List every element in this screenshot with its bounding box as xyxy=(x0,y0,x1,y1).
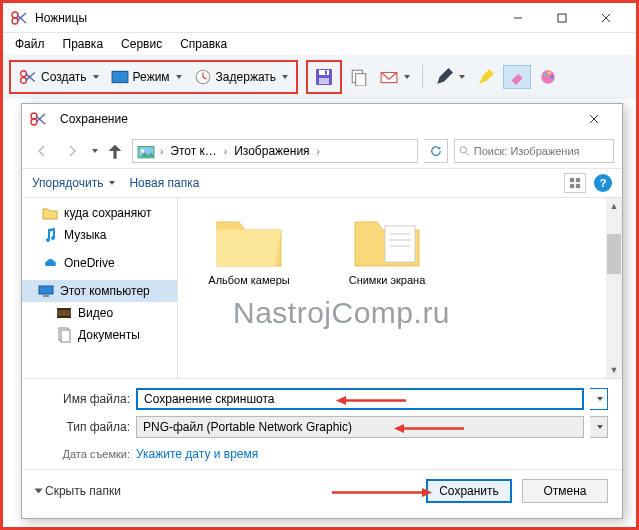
filetype-dropdown-button[interactable] xyxy=(590,416,608,438)
menu-help[interactable]: Справка xyxy=(172,35,235,53)
svg-point-25 xyxy=(548,72,551,75)
filetype-select[interactable]: PNG-файл (Portable Network Graphic) xyxy=(136,416,584,438)
main-window-title: Ножницы xyxy=(35,11,87,25)
recent-locations-button[interactable] xyxy=(92,149,98,153)
search-input[interactable] xyxy=(454,139,614,163)
tree-item-label: Документы xyxy=(78,328,140,342)
svg-rect-12 xyxy=(112,71,128,82)
menu-file[interactable]: Файл xyxy=(7,35,53,53)
dialog-close-button[interactable] xyxy=(574,107,614,131)
breadcrumb-chevron[interactable]: › xyxy=(157,146,166,157)
breadcrumb-seg-pc[interactable]: Этот к… xyxy=(168,144,218,158)
annotation-arrow xyxy=(332,486,432,495)
scroll-up-arrow[interactable]: ▲ xyxy=(607,198,621,214)
pictures-folder-icon xyxy=(137,142,155,160)
svg-point-24 xyxy=(543,73,546,76)
annotation-redbox-save xyxy=(306,60,342,94)
tree-item-label: OneDrive xyxy=(64,256,115,270)
svg-point-26 xyxy=(551,76,554,79)
chevron-down-icon xyxy=(597,425,603,429)
filetype-value: PNG-файл (Portable Network Graphic) xyxy=(143,420,352,434)
highlighter-icon xyxy=(477,68,495,86)
nav-back-button[interactable] xyxy=(30,139,54,163)
breadcrumb-bar[interactable]: › Этот к… › Изображения › xyxy=(132,139,418,163)
highlighter-button[interactable] xyxy=(473,63,499,91)
filename-row: Имя файла: Сохранение скриншота xyxy=(36,385,608,413)
nav-forward-button[interactable] xyxy=(60,139,84,163)
cancel-button[interactable]: Отмена xyxy=(522,479,608,503)
new-snip-button[interactable]: Создать xyxy=(13,63,105,91)
close-button[interactable] xyxy=(584,4,628,32)
tree-item-onedrive[interactable]: OneDrive xyxy=(22,252,177,274)
folder-content-pane[interactable]: Альбом камеры Снимки экрана ▲ ▼ NastrojC… xyxy=(178,198,622,378)
view-options-button[interactable] xyxy=(564,173,586,193)
svg-point-8 xyxy=(21,71,27,77)
filetype-label: Тип файла: xyxy=(36,420,130,434)
breadcrumb-chevron[interactable]: › xyxy=(314,146,323,157)
mode-button[interactable]: Режим xyxy=(105,63,188,91)
save-button[interactable]: Сохранить xyxy=(426,479,512,503)
menu-tools[interactable]: Сервис xyxy=(113,35,170,53)
delay-label: Задержать xyxy=(216,70,276,84)
chevron-down-icon xyxy=(109,181,115,185)
tree-item-this-pc[interactable]: Этот компьютер xyxy=(22,280,177,302)
svg-point-9 xyxy=(21,77,27,83)
folder-icon xyxy=(213,210,285,270)
music-icon xyxy=(42,227,58,243)
folder-item-screenshots[interactable]: Снимки экрана xyxy=(332,210,442,286)
palette-icon xyxy=(539,68,557,86)
eraser-icon xyxy=(508,68,526,86)
date-taken-link[interactable]: Укажите дату и время xyxy=(136,447,258,461)
folder-label: Снимки экрана xyxy=(349,274,426,286)
scrollbar-vertical[interactable]: ▲ ▼ xyxy=(606,198,622,378)
separator xyxy=(422,65,423,89)
minimize-button[interactable] xyxy=(496,4,540,32)
save-label: Сохранить xyxy=(439,484,499,498)
svg-point-34 xyxy=(141,149,144,152)
eraser-button[interactable] xyxy=(503,65,531,89)
chevron-down-icon xyxy=(459,75,465,79)
hide-folders-button[interactable]: Скрыть папки xyxy=(36,484,121,498)
maximize-button[interactable] xyxy=(540,4,584,32)
scroll-thumb[interactable] xyxy=(607,234,621,274)
svg-point-35 xyxy=(460,147,466,153)
svg-rect-5 xyxy=(558,14,566,22)
pen-button[interactable] xyxy=(431,63,469,91)
folder-item-camera[interactable]: Альбом камеры xyxy=(194,210,304,286)
tree-item-documents[interactable]: Документы xyxy=(22,324,177,346)
folder-label: Альбом камеры xyxy=(208,274,289,286)
command-bar: Упорядочить Новая папка ? xyxy=(22,168,622,198)
chevron-down-icon xyxy=(93,75,99,79)
video-icon xyxy=(56,305,72,321)
search-field[interactable] xyxy=(474,145,609,157)
breadcrumb-chevron[interactable]: › xyxy=(221,146,230,157)
paint3d-button[interactable] xyxy=(535,63,561,91)
save-dialog: Сохранение › Этот к… › Изображения › xyxy=(21,103,623,519)
tree-item-music[interactable]: Музыка xyxy=(22,224,177,246)
send-button[interactable] xyxy=(376,63,414,91)
svg-rect-21 xyxy=(356,74,366,86)
refresh-button[interactable] xyxy=(424,139,448,163)
delay-button[interactable]: Задержать xyxy=(188,63,294,91)
new-folder-button[interactable]: Новая папка xyxy=(129,176,199,190)
nav-up-button[interactable] xyxy=(104,140,126,162)
save-button[interactable] xyxy=(315,68,333,86)
svg-rect-44 xyxy=(57,308,71,310)
filename-dropdown-button[interactable] xyxy=(590,388,608,410)
folder-icon xyxy=(351,210,423,270)
annotation-redbox-left: Создать Режим Задержать xyxy=(9,60,298,94)
tree-item-videos[interactable]: Видео xyxy=(22,302,177,324)
svg-line-11 xyxy=(26,73,35,81)
help-button[interactable]: ? xyxy=(594,174,612,192)
svg-rect-47 xyxy=(61,330,70,342)
scissors-icon xyxy=(19,68,37,86)
breadcrumb-seg-pictures[interactable]: Изображения xyxy=(232,144,311,158)
menu-edit[interactable]: Правка xyxy=(55,35,112,53)
filetype-row: Тип файла: PNG-файл (Portable Network Gr… xyxy=(36,413,608,441)
organize-button[interactable]: Упорядочить xyxy=(32,176,115,190)
tree-item-folder[interactable]: куда сохраняют xyxy=(22,202,177,224)
copy-button[interactable] xyxy=(346,63,372,91)
svg-rect-42 xyxy=(43,295,49,297)
chevron-icon xyxy=(35,488,43,493)
scroll-down-arrow[interactable]: ▼ xyxy=(607,362,621,378)
